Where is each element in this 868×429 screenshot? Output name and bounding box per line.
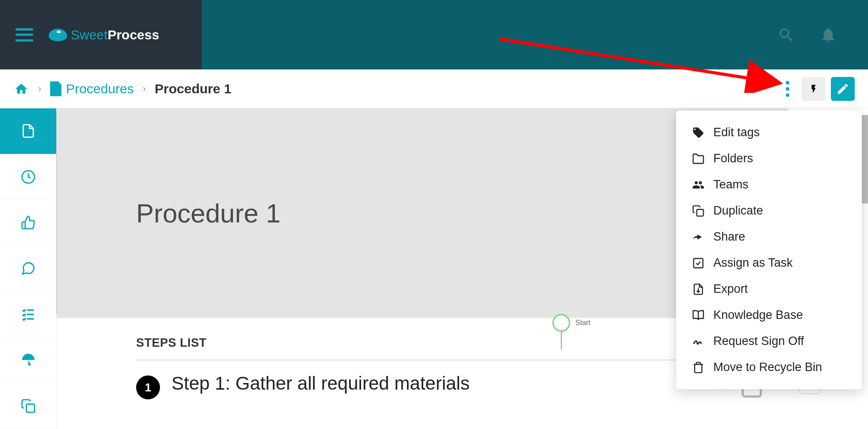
- more-options-menu: Edit tags Folders Teams Duplicate Share …: [676, 111, 862, 389]
- breadcrumb-current: Procedure 1: [155, 81, 231, 96]
- step-number: 1: [136, 375, 160, 399]
- clock-icon: [21, 169, 36, 184]
- sidebar-item-document[interactable]: [0, 108, 56, 154]
- step-row[interactable]: 1 Step 1: Gather all required materials: [136, 373, 762, 399]
- svg-rect-3: [694, 258, 703, 268]
- share-icon: [692, 231, 704, 243]
- quick-actions-button[interactable]: [802, 77, 826, 101]
- trash-icon: [692, 361, 704, 374]
- menu-item-label: Move to Recycle Bin: [713, 360, 822, 374]
- edit-icon: [836, 82, 849, 96]
- more-options-button[interactable]: [779, 80, 796, 98]
- sidebar-item-comments[interactable]: [0, 246, 56, 292]
- teams-icon: [692, 179, 704, 191]
- sidebar-item-protect[interactable]: [0, 337, 56, 383]
- menu-item-label: Teams: [713, 178, 749, 192]
- umbrella-icon: [21, 352, 36, 368]
- menu-item-label: Knowledge Base: [713, 308, 803, 322]
- step-title: Step 1: Gather all required materials: [171, 373, 705, 394]
- sidebar-item-history[interactable]: [0, 154, 56, 200]
- steps-header: STEPS LIST Collapse All: [136, 336, 762, 360]
- sidebar-item-approve[interactable]: [0, 200, 56, 246]
- flow-start-node[interactable]: Start: [552, 314, 590, 332]
- thumbs-up-icon: [21, 215, 36, 230]
- logo[interactable]: SweetProcess: [49, 27, 159, 42]
- breadcrumb-bar: › Procedures › Procedure 1: [0, 69, 868, 108]
- menu-teams[interactable]: Teams: [676, 172, 862, 198]
- chevron-right-icon: ›: [143, 83, 146, 95]
- task-icon: [692, 257, 704, 269]
- book-icon: [692, 309, 704, 322]
- menu-folders[interactable]: Folders: [676, 146, 862, 172]
- main-menu-button[interactable]: [15, 28, 33, 42]
- menu-request-signoff[interactable]: Request Sign Off: [676, 328, 862, 354]
- folder-icon: [692, 153, 704, 165]
- bolt-icon: [809, 82, 819, 96]
- menu-item-label: Folders: [713, 152, 753, 165]
- steps-heading: STEPS LIST: [136, 336, 207, 350]
- copy-icon: [21, 398, 36, 414]
- logo-text: SweetProcess: [71, 27, 159, 42]
- menu-item-label: Share: [713, 230, 745, 244]
- topbar: SweetProcess: [0, 0, 868, 69]
- edit-button[interactable]: [831, 77, 855, 101]
- checklist-icon: [21, 307, 36, 322]
- topbar-dark: SweetProcess: [0, 0, 202, 69]
- chevron-right-icon: ›: [38, 83, 41, 95]
- breadcrumb-procedures-label: Procedures: [66, 81, 133, 96]
- menu-share[interactable]: Share: [676, 224, 862, 250]
- flow-connector: [561, 332, 562, 349]
- export-icon: [692, 283, 704, 295]
- menu-item-label: Export: [713, 282, 748, 296]
- svg-rect-1: [26, 404, 34, 412]
- menu-item-label: Edit tags: [713, 126, 760, 139]
- bell-icon[interactable]: [819, 26, 837, 44]
- menu-assign-task[interactable]: Assign as Task: [676, 250, 862, 276]
- tag-icon: [692, 126, 704, 139]
- breadcrumb-procedures[interactable]: Procedures: [50, 81, 133, 96]
- topbar-teal: [202, 0, 868, 69]
- svg-rect-2: [697, 209, 704, 216]
- menu-knowledge-base[interactable]: Knowledge Base: [676, 302, 862, 328]
- page-title: Procedure 1: [136, 198, 281, 229]
- document-icon: [21, 123, 36, 138]
- document-icon: [50, 81, 61, 96]
- chat-icon: [21, 261, 36, 276]
- menu-item-label: Assign as Task: [713, 256, 793, 270]
- menu-duplicate[interactable]: Duplicate: [676, 198, 862, 224]
- start-circle-icon: [552, 314, 570, 332]
- search-icon[interactable]: [777, 26, 795, 44]
- home-icon[interactable]: [13, 82, 29, 96]
- signature-icon: [692, 335, 704, 348]
- sidebar: [0, 108, 57, 429]
- menu-item-label: Duplicate: [713, 204, 763, 218]
- sidebar-item-tasks[interactable]: [0, 291, 56, 337]
- menu-recycle-bin[interactable]: Move to Recycle Bin: [676, 354, 862, 380]
- menu-item-label: Request Sign Off: [713, 334, 804, 348]
- menu-edit-tags[interactable]: Edit tags: [676, 119, 862, 146]
- logo-icon: [49, 29, 67, 41]
- breadcrumb: › Procedures › Procedure 1: [13, 81, 232, 96]
- flow-start-label: Start: [575, 319, 590, 327]
- page-actions: [779, 77, 855, 101]
- sidebar-item-copy[interactable]: [0, 383, 56, 429]
- menu-export[interactable]: Export: [676, 276, 862, 302]
- copy-icon: [692, 205, 704, 217]
